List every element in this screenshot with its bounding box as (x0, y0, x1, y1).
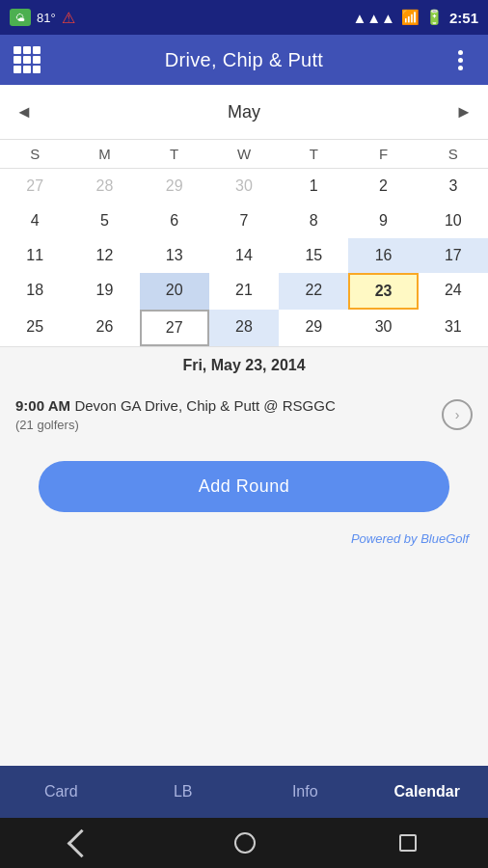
day-header-F: F (348, 140, 418, 168)
home-icon (234, 832, 256, 854)
recents-button[interactable] (399, 834, 417, 852)
cal-cell-7[interactable]: 7 (209, 203, 279, 238)
battery-icon: 🔋 (425, 9, 444, 26)
cal-cell-12[interactable]: 12 (69, 238, 139, 273)
cal-cell-17[interactable]: 17 (419, 238, 488, 273)
powered-by: Powered by BlueGolf (0, 531, 488, 565)
cal-cell-25[interactable]: 25 (0, 310, 69, 346)
system-nav (0, 818, 488, 868)
nav-item-calendar[interactable]: Calendar (366, 766, 489, 818)
time-display: 2:51 (449, 10, 478, 26)
event-detail-button[interactable]: › (442, 399, 473, 430)
back-button[interactable] (71, 833, 92, 854)
calendar-month: May (228, 102, 260, 122)
cal-cell-29[interactable]: 29 (279, 310, 348, 346)
more-button[interactable] (442, 41, 480, 79)
content-spacer (0, 565, 488, 766)
cal-cell-30[interactable]: 30 (348, 310, 418, 346)
recents-icon (399, 834, 417, 852)
cal-cell-prev-27[interactable]: 27 (0, 169, 69, 203)
cal-cell-5[interactable]: 5 (69, 203, 139, 238)
prev-month-button[interactable]: ◄ (0, 95, 48, 129)
right-arrow-icon: › (455, 407, 460, 422)
add-round-section: Add Round (0, 442, 488, 531)
event-row: 9:00 AM Devon GA Drive, Chip & Putt @ RS… (15, 397, 473, 432)
status-left: 🌤 81° ⚠ (10, 9, 75, 27)
cal-cell-prev-30[interactable]: 30 (209, 169, 279, 203)
event-subtitle: (21 golfers) (15, 418, 442, 432)
day-header-S: S (0, 140, 69, 168)
calendar-section: ◄ May ► SMTWTFS 272829301234567891011121… (0, 85, 488, 384)
app-header: Drive, Chip & Putt (0, 35, 488, 85)
weather-icon: 🌤 (10, 9, 31, 26)
grid-icon (14, 46, 41, 73)
cal-cell-31[interactable]: 31 (419, 310, 488, 346)
cal-cell-prev-28[interactable]: 28 (69, 169, 139, 203)
cal-cell-15[interactable]: 15 (279, 238, 348, 273)
event-info: 9:00 AM Devon GA Drive, Chip & Putt @ RS… (15, 397, 442, 432)
prev-arrow-icon: ◄ (15, 102, 33, 122)
cal-cell-10[interactable]: 10 (419, 203, 488, 238)
nav-item-info[interactable]: Info (244, 766, 366, 818)
cal-cell-18[interactable]: 18 (0, 273, 69, 310)
day-header-S: S (419, 140, 488, 168)
status-right: ▲▲▲ 📶 🔋 2:51 (352, 9, 478, 26)
nav-item-card[interactable]: Card (0, 766, 122, 818)
cal-cell-23[interactable]: 23 (348, 273, 418, 310)
add-round-button[interactable]: Add Round (39, 461, 449, 512)
calendar-grid: 2728293012345678910111213141516171819202… (0, 169, 488, 346)
events-section: 9:00 AM Devon GA Drive, Chip & Putt @ RS… (0, 384, 488, 442)
cal-cell-6[interactable]: 6 (140, 203, 209, 238)
next-arrow-icon: ► (455, 102, 473, 122)
temperature: 81° (37, 11, 56, 25)
day-header-T: T (140, 140, 209, 168)
calendar-nav: ◄ May ► (0, 85, 488, 140)
alert-icon: ⚠ (62, 9, 75, 27)
nav-item-lb[interactable]: LB (122, 766, 245, 818)
cal-cell-20[interactable]: 20 (140, 273, 209, 310)
wifi-icon: ▲▲▲ (352, 10, 395, 26)
cal-cell-28[interactable]: 28 (209, 310, 279, 346)
menu-button[interactable] (8, 41, 46, 79)
day-header-M: M (69, 140, 139, 168)
day-header-T: T (279, 140, 348, 168)
cal-cell-8[interactable]: 8 (279, 203, 348, 238)
cal-cell-27[interactable]: 27 (140, 310, 209, 346)
home-button[interactable] (234, 832, 256, 854)
cal-cell-4[interactable]: 4 (0, 203, 69, 238)
cal-cell-16[interactable]: 16 (348, 238, 418, 273)
cal-cell-19[interactable]: 19 (69, 273, 139, 310)
selected-date-label: Fri, May 23, 2014 (0, 346, 488, 384)
next-month-button[interactable]: ► (440, 95, 488, 129)
calendar-day-headers: SMTWTFS (0, 140, 488, 169)
event-time: 9:00 AM (15, 397, 70, 414)
status-bar: 🌤 81° ⚠ ▲▲▲ 📶 🔋 2:51 (0, 0, 488, 35)
cal-cell-13[interactable]: 13 (140, 238, 209, 273)
cal-cell-prev-29[interactable]: 29 (140, 169, 209, 203)
cal-cell-26[interactable]: 26 (69, 310, 139, 346)
cal-cell-3[interactable]: 3 (419, 169, 488, 203)
cal-cell-22[interactable]: 22 (279, 273, 348, 310)
cal-cell-2[interactable]: 2 (348, 169, 418, 203)
cal-cell-14[interactable]: 14 (209, 238, 279, 273)
cal-cell-21[interactable]: 21 (209, 273, 279, 310)
app-title: Drive, Chip & Putt (165, 49, 323, 71)
bottom-nav: CardLBInfoCalendar (0, 766, 488, 818)
cal-cell-9[interactable]: 9 (348, 203, 418, 238)
more-dots-icon (458, 50, 463, 70)
main-content: ◄ May ► SMTWTFS 272829301234567891011121… (0, 85, 488, 766)
cal-cell-11[interactable]: 11 (0, 238, 69, 273)
event-title: Devon GA Drive, Chip & Putt @ RSGGC (74, 397, 335, 414)
day-header-W: W (209, 140, 279, 168)
cal-cell-1[interactable]: 1 (279, 169, 348, 203)
signal-icon: 📶 (401, 9, 420, 26)
cal-cell-24[interactable]: 24 (419, 273, 488, 310)
back-arrow-icon (71, 833, 92, 854)
